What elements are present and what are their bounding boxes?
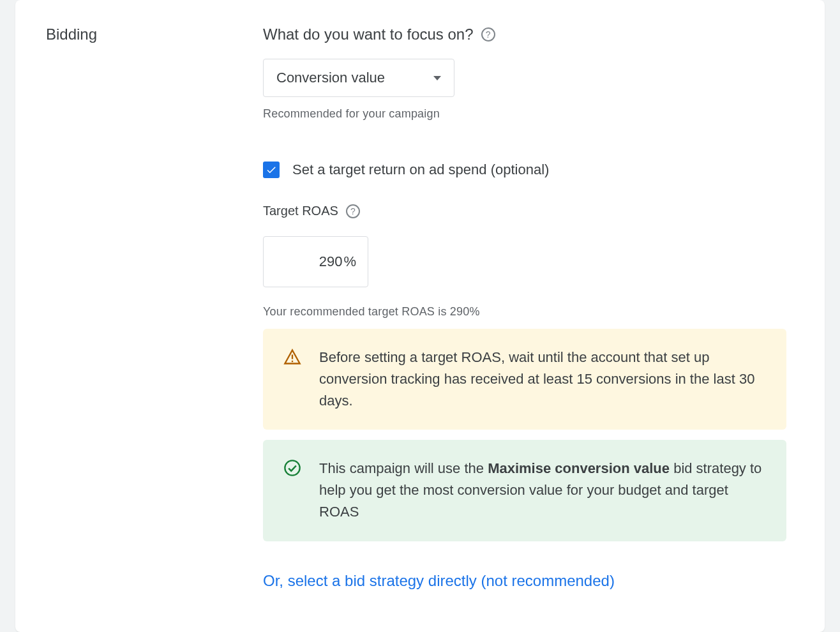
- target-roas-checkbox-row: Set a target return on ad spend (optiona…: [263, 162, 786, 178]
- target-roas-input[interactable]: 290%: [263, 236, 368, 287]
- svg-rect-1: [292, 361, 293, 362]
- focus-dropdown[interactable]: Conversion value: [263, 59, 454, 97]
- help-icon[interactable]: ?: [481, 27, 495, 41]
- check-icon: [266, 164, 277, 176]
- left-column: Bidding: [46, 26, 237, 606]
- bidding-card: Bidding What do you want to focus on? ? …: [15, 0, 825, 632]
- warning-alert: Before setting a target ROAS, wait until…: [263, 329, 786, 430]
- target-roas-checkbox-label: Set a target return on ad spend (optiona…: [292, 162, 549, 178]
- focus-question-row: What do you want to focus on? ?: [263, 26, 786, 43]
- target-roas-checkbox[interactable]: [263, 162, 280, 178]
- target-roas-recommended-text: Your recommended target ROAS is 290%: [263, 305, 786, 319]
- target-roas-label: Target ROAS: [263, 204, 338, 218]
- section-title: Bidding: [46, 26, 237, 43]
- select-bid-strategy-link[interactable]: Or, select a bid strategy directly (not …: [263, 572, 615, 590]
- focus-dropdown-value: Conversion value: [276, 70, 385, 86]
- success-alert-text: This campaign will use the Maximise conv…: [319, 458, 769, 523]
- svg-rect-0: [292, 355, 293, 359]
- target-roas-input-value: 290%: [275, 253, 356, 270]
- warning-triangle-icon: [283, 348, 301, 366]
- success-alert-bold: Maximise conversion value: [488, 460, 670, 476]
- target-roas-unit: %: [343, 253, 356, 269]
- svg-point-2: [285, 461, 299, 476]
- success-alert-pre: This campaign will use the: [319, 460, 488, 476]
- target-roas-value: 290: [319, 253, 343, 269]
- success-alert: This campaign will use the Maximise conv…: [263, 440, 786, 541]
- warning-alert-text: Before setting a target ROAS, wait until…: [319, 347, 769, 412]
- focus-recommended-text: Recommended for your campaign: [263, 107, 786, 121]
- focus-question-text: What do you want to focus on?: [263, 26, 474, 43]
- help-icon[interactable]: ?: [346, 204, 360, 218]
- target-roas-label-row: Target ROAS ?: [263, 204, 786, 218]
- check-circle-icon: [283, 459, 301, 477]
- right-column: What do you want to focus on? ? Conversi…: [263, 26, 786, 606]
- chevron-down-icon: [433, 76, 441, 80]
